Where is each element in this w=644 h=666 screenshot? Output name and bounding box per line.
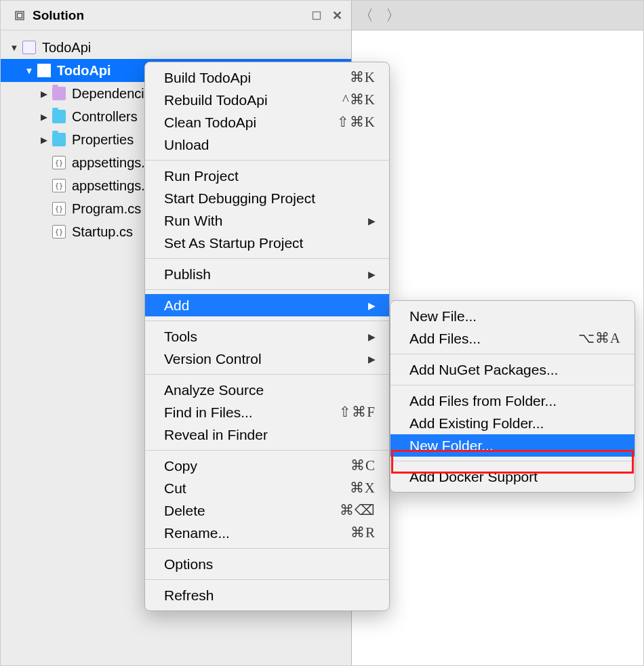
menu-add-files[interactable]: Add Files...⌥⌘A <box>390 327 635 350</box>
menu-tools[interactable]: Tools▶ <box>145 325 389 348</box>
svg-rect-1 <box>18 13 22 18</box>
menu-new-file[interactable]: New File... <box>390 305 635 327</box>
menu-separator <box>145 160 389 161</box>
menu-copy[interactable]: Copy⌘C <box>145 455 389 477</box>
svg-rect-2 <box>313 12 321 19</box>
dock-icon[interactable] <box>309 8 324 23</box>
menu-add-files-from-folder[interactable]: Add Files from Folder... <box>390 390 635 412</box>
menu-add-docker[interactable]: Add Docker Support <box>390 465 635 488</box>
menu-unload[interactable]: Unload <box>145 133 389 156</box>
tree-label: Controllers <box>72 109 138 125</box>
svg-rect-0 <box>16 12 24 20</box>
menu-rebuild[interactable]: Rebuild TodoApi^⌘K <box>145 89 389 111</box>
submenu-arrow-icon: ▶ <box>368 269 376 280</box>
menu-set-startup[interactable]: Set As Startup Project <box>145 232 389 254</box>
nav-forward-icon[interactable]: 〉 <box>386 5 401 26</box>
solution-icon <box>22 41 36 54</box>
submenu-arrow-icon: ▶ <box>368 300 376 311</box>
menu-options[interactable]: Options <box>145 553 389 575</box>
json-file-icon: {} <box>52 156 66 169</box>
close-icon[interactable]: ✕ <box>329 8 344 23</box>
menu-separator <box>145 289 389 290</box>
menu-cut[interactable]: Cut⌘X <box>145 477 389 499</box>
tree-label: Program.cs <box>72 201 141 217</box>
menu-start-debugging[interactable]: Start Debugging Project <box>145 187 389 209</box>
json-file-icon: {} <box>52 179 66 192</box>
menu-run-with[interactable]: Run With▶ <box>145 209 389 232</box>
menu-separator <box>390 354 635 354</box>
menu-separator <box>145 258 389 259</box>
disclosure-icon[interactable]: ▶ <box>39 89 49 99</box>
menu-delete[interactable]: Delete⌘⌫ <box>145 499 389 522</box>
tree-root-label: TodoApi <box>42 40 91 56</box>
tree-label: Startup.cs <box>72 224 133 240</box>
menu-add-nuget[interactable]: Add NuGet Packages... <box>390 358 635 381</box>
menu-reveal-finder[interactable]: Reveal in Finder <box>145 423 389 446</box>
menu-add-existing-folder[interactable]: Add Existing Folder... <box>390 412 635 434</box>
folder-icon <box>52 110 66 123</box>
tree-label: Properties <box>72 132 134 148</box>
menu-run-project[interactable]: Run Project <box>145 165 389 187</box>
add-submenu: New File... Add Files...⌥⌘A Add NuGet Pa… <box>390 300 635 493</box>
menu-add[interactable]: Add▶ <box>145 294 389 316</box>
editor-toolbar: 〈 〉 <box>352 1 643 30</box>
menu-clean[interactable]: Clean TodoApi⇧⌘K <box>145 111 389 133</box>
disclosure-icon[interactable]: ▶ <box>39 112 49 122</box>
menu-separator <box>145 320 389 321</box>
menu-analyze[interactable]: Analyze Source <box>145 379 389 401</box>
disclosure-icon[interactable]: ▶ <box>39 135 49 145</box>
submenu-arrow-icon: ▶ <box>368 354 376 365</box>
menu-publish[interactable]: Publish▶ <box>145 263 389 285</box>
submenu-arrow-icon: ▶ <box>368 215 376 226</box>
menu-separator <box>145 579 389 580</box>
menu-refresh[interactable]: Refresh <box>145 584 389 606</box>
panel-title: Solution <box>33 8 84 23</box>
menu-version-control[interactable]: Version Control▶ <box>145 348 389 370</box>
nav-back-icon[interactable]: 〈 <box>359 5 374 26</box>
menu-build[interactable]: Build TodoApi⌘K <box>145 66 389 89</box>
disclosure-icon[interactable]: ▼ <box>9 43 20 53</box>
menu-separator <box>390 385 635 386</box>
menu-separator <box>145 374 389 375</box>
menu-separator <box>390 461 635 461</box>
project-icon <box>37 64 51 77</box>
menu-new-folder[interactable]: New Folder... <box>390 434 635 457</box>
cs-file-icon: {} <box>52 225 66 238</box>
menu-rename[interactable]: Rename...⌘R <box>145 522 389 544</box>
panel-header: Solution ✕ <box>1 1 351 30</box>
dependencies-folder-icon <box>52 87 66 100</box>
cs-file-icon: {} <box>52 202 66 215</box>
folder-icon <box>52 133 66 146</box>
solution-header-icon <box>13 9 26 22</box>
menu-separator <box>145 450 389 451</box>
menu-separator <box>145 548 389 549</box>
disclosure-icon[interactable]: ▼ <box>24 66 35 76</box>
project-context-menu: Build TodoApi⌘K Rebuild TodoApi^⌘K Clean… <box>144 62 390 611</box>
menu-find-in-files[interactable]: Find in Files...⇧⌘F <box>145 401 389 423</box>
tree-project-label: TodoApi <box>57 63 111 79</box>
submenu-arrow-icon: ▶ <box>368 331 376 342</box>
tree-root[interactable]: ▼ TodoApi <box>1 36 351 59</box>
